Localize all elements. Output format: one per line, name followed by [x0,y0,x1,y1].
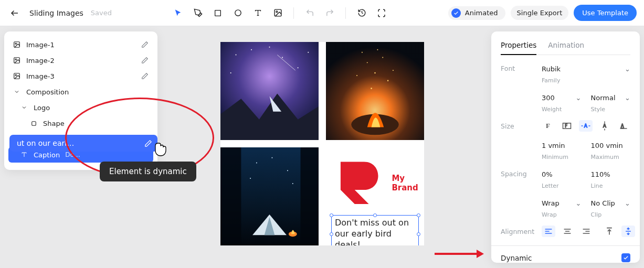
svg-point-47 [250,178,251,179]
size-mode-auto-height[interactable]: A [598,120,611,132]
layer-label: Image-2 [26,57,55,65]
animated-label: Animated [465,9,498,17]
svg-point-19 [236,55,237,56]
rectangle-tool[interactable] [210,6,225,20]
dynamic-checkbox[interactable] [621,253,630,262]
svg-point-6 [276,11,278,13]
line-input[interactable]: 110% [591,168,631,180]
properties-panel: Properties Animation Font Rubik ⌄ Family… [491,31,640,263]
svg-point-33 [382,57,383,58]
wrap-select[interactable]: Wrap⌄ [542,197,582,209]
animated-toggle[interactable]: Animated [448,6,505,20]
svg-marker-75 [477,250,484,258]
back-button[interactable] [7,6,22,20]
image-tool[interactable] [270,6,285,20]
max-size-input[interactable]: 100 vmin [591,139,631,152]
spacing-label: Spacing [501,168,534,178]
caption-text-box[interactable]: Don't miss out on our early bird deals! [331,215,419,245]
export-button[interactable]: Single Export [511,6,569,20]
svg-point-44 [256,163,257,164]
align-right[interactable] [579,226,593,237]
text-tool[interactable] [250,6,265,20]
image-icon [13,56,21,65]
brand-name: My Brand [392,174,419,192]
svg-point-20 [251,49,252,50]
layer-label: Logo [34,104,50,112]
edit-icon[interactable] [141,40,149,49]
history-button[interactable] [354,6,369,20]
svg-rect-43 [301,147,319,245]
layer-hover-preview[interactable]: ut on our earl… [9,135,157,152]
svg-text:A: A [584,123,587,128]
svg-rect-42 [220,147,241,245]
ellipse-tool[interactable] [230,6,245,20]
canvas-image-2[interactable] [326,42,424,140]
alignment-label: Alignment [501,226,534,235]
svg-point-32 [367,62,368,63]
annotation-arrow [432,249,484,259]
project-title[interactable]: Sliding Images [29,9,83,17]
api-button[interactable] [374,6,389,20]
svg-text:A: A [603,123,606,128]
layer-composition[interactable]: Composition [8,84,153,100]
svg-text:F: F [565,123,567,128]
size-mode-fit[interactable]: F [560,120,574,132]
valign-middle[interactable] [621,226,635,237]
svg-point-24 [230,72,231,73]
select-tool[interactable] [171,6,185,20]
align-left[interactable] [542,226,555,237]
style-select[interactable]: Normal⌄ [591,91,631,104]
edit-icon[interactable] [144,139,152,147]
size-mode-scale[interactable]: A [617,120,630,132]
layer-logo[interactable]: Logo [8,100,153,115]
size-mode-auto-width[interactable]: A [579,120,593,132]
valign-top[interactable] [603,226,616,237]
undo-button[interactable] [302,6,317,20]
canvas[interactable]: My Brand Don't miss out on our early bir… [220,42,424,245]
text-icon [20,151,28,159]
dynamic-label: Dynamic [501,254,532,262]
layer-image-3[interactable]: Image-3 [8,68,153,84]
chevron-down-icon [20,103,28,112]
canvas-image-1[interactable] [220,42,319,140]
layer-image-2[interactable]: Image-2 [8,52,153,68]
workspace: Image-1 Image-2 Image-3 Composition Logo… [0,26,644,268]
svg-point-35 [393,70,394,71]
shape-icon [29,119,38,127]
align-center[interactable] [561,226,574,237]
svg-point-25 [308,52,309,53]
svg-point-37 [362,52,363,53]
size-mode-fixed[interactable]: F [541,120,555,132]
redo-button[interactable] [322,6,337,20]
svg-point-38 [387,80,389,82]
letter-input[interactable]: 0% [542,168,582,180]
chevron-down-icon: ⌄ [625,65,630,73]
layer-shape[interactable]: Shape [8,115,153,131]
svg-point-12 [15,59,16,60]
image-icon [13,40,21,49]
use-template-button[interactable]: Use Template [574,5,637,21]
layer-image-1[interactable]: Image-1 [8,37,153,52]
edit-icon[interactable] [141,56,149,65]
layer-label: Image-1 [26,41,55,49]
weight-select[interactable]: 300⌄ [542,91,582,104]
svg-point-34 [356,75,357,76]
dynamic-tooltip: Element is dynamic [100,162,196,181]
svg-point-31 [374,72,376,74]
canvas-brand-cell: My Brand Don't miss out on our early bir… [326,147,424,245]
pen-tool[interactable] [191,6,205,20]
edit-icon[interactable] [141,72,149,80]
tab-animation[interactable]: Animation [548,38,584,55]
tab-properties[interactable]: Properties [501,38,536,55]
max-caption: Maximum [591,154,631,160]
min-size-input[interactable]: 1 vmin [542,139,582,152]
line-caption: Line [591,183,631,189]
weight-caption: Weight [542,106,582,113]
properties-tabs: Properties Animation [501,38,630,55]
svg-point-14 [15,74,16,76]
clip-select[interactable]: No Clip⌄ [591,197,631,209]
font-caption: Family [542,77,630,84]
canvas-image-3[interactable] [220,147,319,245]
svg-point-23 [269,47,270,48]
font-select[interactable]: Rubik ⌄ [542,62,630,75]
